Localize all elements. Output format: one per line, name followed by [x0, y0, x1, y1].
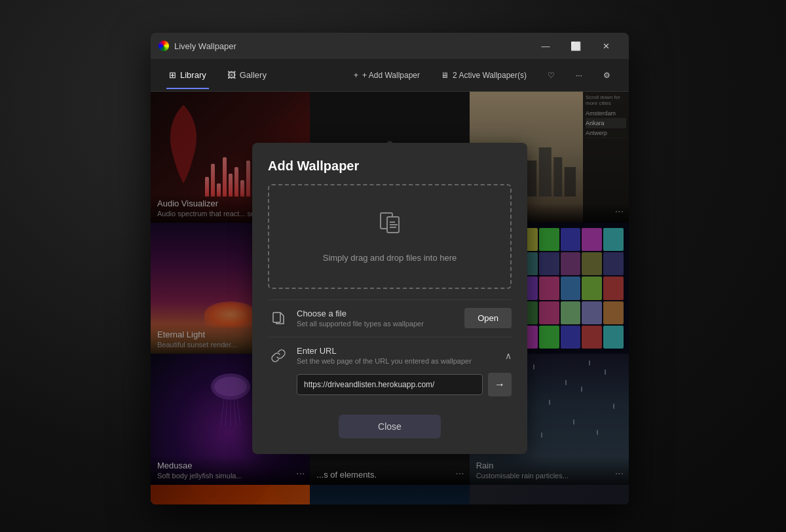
choose-file-section: Choose a file Set all supported file typ… [268, 299, 512, 337]
close-window-button[interactable]: ✕ [591, 35, 621, 56]
app-icon [159, 41, 169, 51]
app-window: Lively Wallpaper — ⬜ ✕ ⊞ Library 🖾 Galle… [151, 33, 629, 504]
add-icon: + [354, 71, 358, 80]
modal-close-button[interactable]: Close [339, 415, 441, 438]
url-top: Enter URL Set the web page of the URL yo… [268, 345, 512, 366]
minimize-button[interactable]: — [531, 35, 561, 56]
svg-rect-44 [273, 313, 280, 322]
gallery-label: Gallery [240, 70, 267, 80]
gallery-icon: 🖾 [227, 70, 236, 80]
titlebar: Lively Wallpaper — ⬜ ✕ [151, 33, 629, 59]
toolbar: ⊞ Library 🖾 Gallery + + Add Wallpaper 🖥 … [151, 59, 629, 92]
choose-sub: Set all supported file types as wallpape… [297, 320, 457, 328]
choose-label: Choose a file [297, 309, 457, 318]
url-go-button[interactable]: → [488, 373, 512, 396]
heart-icon: ♡ [548, 71, 555, 80]
url-label: Enter URL [297, 346, 497, 356]
url-text: Enter URL Set the web page of the URL yo… [297, 346, 497, 365]
content-area: Audio Visualizer Audio spectrum that rea… [151, 92, 629, 504]
more-icon: ··· [576, 71, 582, 80]
library-label: Library [180, 70, 206, 80]
active-label: 2 Active Wallpaper(s) [453, 71, 527, 80]
url-sub: Set the web page of the URL you entered … [297, 357, 497, 365]
library-grid-icon: ⊞ [169, 70, 176, 80]
window-controls: — ⬜ ✕ [531, 35, 621, 56]
open-file-button[interactable]: Open [464, 308, 512, 328]
drop-text: Simply drag and drop files into here [323, 253, 457, 263]
add-label: + Add Wallpaper [362, 71, 420, 80]
active-wallpapers-button[interactable]: 🖥 2 Active Wallpaper(s) [433, 67, 534, 84]
tab-gallery[interactable]: 🖾 Gallery [219, 66, 274, 84]
favorites-button[interactable]: ♡ [540, 67, 563, 84]
url-collapse-button[interactable]: ∧ [505, 351, 512, 361]
more-button[interactable]: ··· [568, 67, 590, 84]
drop-files-icon [375, 210, 404, 245]
choose-file-text: Choose a file Set all supported file typ… [297, 309, 457, 328]
url-link-icon [268, 345, 289, 366]
drop-zone[interactable]: Simply drag and drop files into here [268, 184, 512, 289]
settings-button[interactable]: ⚙ [595, 67, 618, 84]
modal-title: Add Wallpaper [268, 159, 512, 174]
url-input-row: → [268, 373, 512, 396]
app-title: Lively Wallpaper [174, 41, 531, 51]
url-input[interactable] [297, 374, 483, 395]
modal-overlay: Add Wallpaper Simply drag and drop files… [151, 92, 629, 504]
gear-icon: ⚙ [603, 71, 610, 80]
add-wallpaper-modal: Add Wallpaper Simply drag and drop files… [252, 143, 527, 454]
url-section: Enter URL Set the web page of the URL yo… [268, 337, 512, 404]
modal-footer: Close [268, 415, 512, 438]
file-icon [268, 308, 289, 329]
add-wallpaper-button[interactable]: + + Add Wallpaper [346, 67, 428, 84]
maximize-button[interactable]: ⬜ [561, 35, 591, 56]
monitor-icon: 🖥 [441, 71, 449, 80]
tab-library[interactable]: ⊞ Library [161, 66, 214, 84]
